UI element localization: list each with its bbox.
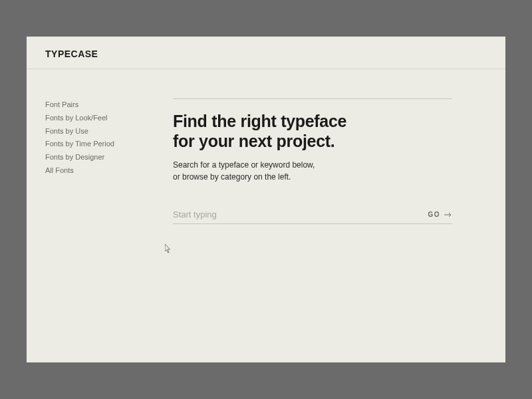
- go-button[interactable]: GO: [428, 211, 452, 218]
- sidebar-item-all-fonts[interactable]: All Fonts: [45, 164, 146, 178]
- content-area: Font Pairs Fonts by Look/Feel Fonts by U…: [27, 69, 505, 362]
- hero-sub-line1: Search for a typeface or keyword below,: [173, 160, 315, 170]
- hero-sub-line2: or browse by category on the left.: [173, 172, 291, 182]
- sidebar-item-time-period[interactable]: Fonts by Time Period: [45, 138, 146, 151]
- app-window: TYPECASE Font Pairs Fonts by Look/Feel F…: [27, 37, 505, 362]
- sidebar: Font Pairs Fonts by Look/Feel Fonts by U…: [27, 98, 146, 362]
- main-panel: Find the right typeface for your next pr…: [146, 98, 505, 362]
- arrow-right-icon: [444, 212, 452, 217]
- search-row: GO: [173, 209, 452, 224]
- logo: TYPECASE: [45, 49, 487, 59]
- sidebar-item-font-pairs[interactable]: Font Pairs: [45, 98, 146, 112]
- divider: [173, 98, 452, 99]
- hero-title-line2: for your next project.: [173, 132, 334, 150]
- header: TYPECASE: [27, 37, 505, 69]
- search-input[interactable]: [173, 209, 428, 219]
- sidebar-item-look-feel[interactable]: Fonts by Look/Feel: [45, 112, 146, 125]
- sidebar-item-designer[interactable]: Fonts by Designer: [45, 151, 146, 164]
- go-label: GO: [428, 211, 440, 218]
- hero-subtitle: Search for a typeface or keyword below, …: [173, 159, 452, 183]
- hero-title-line1: Find the right typeface: [173, 112, 346, 130]
- sidebar-item-use[interactable]: Fonts by Use: [45, 125, 146, 138]
- hero-title: Find the right typeface for your next pr…: [173, 111, 452, 151]
